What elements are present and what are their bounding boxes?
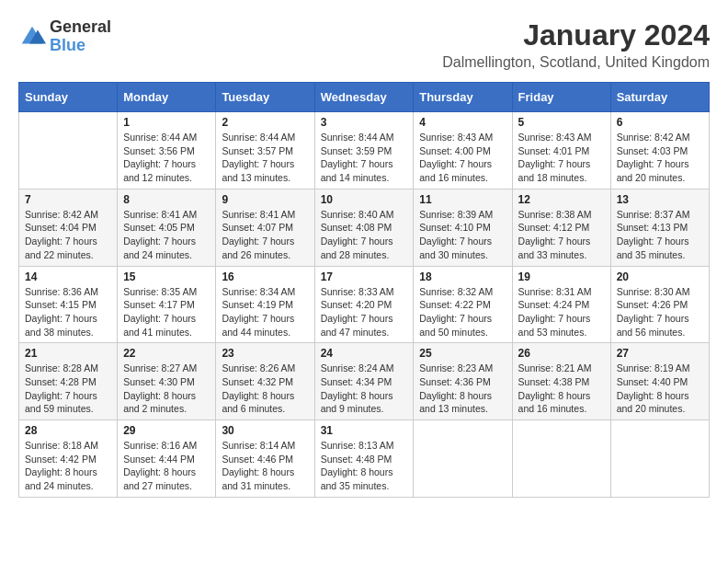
day-number: 14 [25,270,111,283]
day-info: Sunrise: 8:44 AM Sunset: 3:59 PM Dayligh… [321,131,408,185]
day-number: 29 [123,424,210,437]
calendar-cell: 21Sunrise: 8:28 AM Sunset: 4:28 PM Dayli… [19,343,118,420]
calendar-week-row: 1Sunrise: 8:44 AM Sunset: 3:56 PM Daylig… [19,112,710,190]
day-number: 15 [123,270,210,283]
day-number: 6 [617,116,703,129]
logo-blue: Blue [50,36,85,54]
calendar-week-row: 21Sunrise: 8:28 AM Sunset: 4:28 PM Dayli… [19,343,710,420]
day-number: 20 [617,270,703,283]
day-info: Sunrise: 8:43 AM Sunset: 4:00 PM Dayligh… [419,131,506,185]
day-number: 1 [123,116,210,129]
day-number: 26 [518,347,605,360]
day-number: 4 [419,116,506,129]
day-info: Sunrise: 8:41 AM Sunset: 4:07 PM Dayligh… [222,208,308,262]
calendar-cell: 10Sunrise: 8:40 AM Sunset: 4:08 PM Dayli… [314,189,414,266]
calendar-cell: 26Sunrise: 8:21 AM Sunset: 4:38 PM Dayli… [512,343,610,420]
day-info: Sunrise: 8:18 AM Sunset: 4:42 PM Dayligh… [25,439,111,493]
day-number: 23 [222,347,308,360]
calendar-cell: 2Sunrise: 8:44 AM Sunset: 3:57 PM Daylig… [216,112,314,190]
calendar-header-sunday: Sunday [19,83,118,112]
day-number: 12 [518,193,605,206]
calendar-cell: 22Sunrise: 8:27 AM Sunset: 4:30 PM Dayli… [118,343,216,420]
calendar-cell: 9Sunrise: 8:41 AM Sunset: 4:07 PM Daylig… [216,189,314,266]
calendar-cell [19,112,118,190]
calendar-cell [512,420,610,498]
day-info: Sunrise: 8:44 AM Sunset: 3:57 PM Dayligh… [222,131,308,185]
calendar-table: SundayMondayTuesdayWednesdayThursdayFrid… [18,82,710,498]
day-number: 8 [123,193,210,206]
calendar-header-row: SundayMondayTuesdayWednesdayThursdayFrid… [19,83,710,112]
day-number: 17 [321,270,408,283]
day-info: Sunrise: 8:35 AM Sunset: 4:17 PM Dayligh… [123,285,210,339]
day-number: 25 [419,347,506,360]
page-subtitle: Dalmellington, Scotland, United Kingdom [442,54,710,71]
day-info: Sunrise: 8:36 AM Sunset: 4:15 PM Dayligh… [25,285,111,339]
calendar-cell: 6Sunrise: 8:42 AM Sunset: 4:03 PM Daylig… [610,112,709,190]
calendar-header-monday: Monday [118,83,216,112]
day-info: Sunrise: 8:40 AM Sunset: 4:08 PM Dayligh… [321,208,408,262]
day-info: Sunrise: 8:39 AM Sunset: 4:10 PM Dayligh… [419,208,506,262]
day-info: Sunrise: 8:43 AM Sunset: 4:01 PM Dayligh… [518,131,605,185]
logo-text: General Blue [50,18,111,55]
day-number: 10 [321,193,408,206]
day-number: 2 [222,116,308,129]
day-info: Sunrise: 8:31 AM Sunset: 4:24 PM Dayligh… [518,285,605,339]
day-info: Sunrise: 8:32 AM Sunset: 4:22 PM Dayligh… [419,285,506,339]
day-number: 5 [518,116,605,129]
calendar-cell: 3Sunrise: 8:44 AM Sunset: 3:59 PM Daylig… [314,112,414,190]
page-title: January 2024 [442,18,710,52]
day-info: Sunrise: 8:42 AM Sunset: 4:03 PM Dayligh… [617,131,703,185]
day-number: 11 [419,193,506,206]
calendar-cell: 16Sunrise: 8:34 AM Sunset: 4:19 PM Dayli… [216,266,314,343]
calendar-cell: 5Sunrise: 8:43 AM Sunset: 4:01 PM Daylig… [512,112,610,190]
day-info: Sunrise: 8:33 AM Sunset: 4:20 PM Dayligh… [321,285,408,339]
day-info: Sunrise: 8:27 AM Sunset: 4:30 PM Dayligh… [123,362,210,416]
day-info: Sunrise: 8:30 AM Sunset: 4:26 PM Dayligh… [617,285,703,339]
logo-general: General [50,17,111,36]
calendar-cell: 12Sunrise: 8:38 AM Sunset: 4:12 PM Dayli… [512,189,610,266]
day-info: Sunrise: 8:14 AM Sunset: 4:46 PM Dayligh… [222,439,308,493]
calendar-cell: 24Sunrise: 8:24 AM Sunset: 4:34 PM Dayli… [314,343,414,420]
calendar-cell: 4Sunrise: 8:43 AM Sunset: 4:00 PM Daylig… [414,112,512,190]
calendar-cell: 13Sunrise: 8:37 AM Sunset: 4:13 PM Dayli… [610,189,709,266]
calendar-header-tuesday: Tuesday [216,83,314,112]
day-info: Sunrise: 8:23 AM Sunset: 4:36 PM Dayligh… [419,362,506,416]
day-info: Sunrise: 8:42 AM Sunset: 4:04 PM Dayligh… [25,208,111,262]
calendar-cell: 14Sunrise: 8:36 AM Sunset: 4:15 PM Dayli… [19,266,118,343]
calendar-cell: 15Sunrise: 8:35 AM Sunset: 4:17 PM Dayli… [118,266,216,343]
calendar-cell: 19Sunrise: 8:31 AM Sunset: 4:24 PM Dayli… [512,266,610,343]
calendar-cell: 25Sunrise: 8:23 AM Sunset: 4:36 PM Dayli… [414,343,512,420]
day-info: Sunrise: 8:26 AM Sunset: 4:32 PM Dayligh… [222,362,308,416]
day-number: 27 [617,347,703,360]
day-info: Sunrise: 8:13 AM Sunset: 4:48 PM Dayligh… [321,439,408,493]
calendar-cell: 29Sunrise: 8:16 AM Sunset: 4:44 PM Dayli… [118,420,216,498]
title-area: January 2024 Dalmellington, Scotland, Un… [442,18,710,71]
day-number: 19 [518,270,605,283]
calendar-header-thursday: Thursday [414,83,512,112]
calendar-cell: 30Sunrise: 8:14 AM Sunset: 4:46 PM Dayli… [216,420,314,498]
calendar-cell: 11Sunrise: 8:39 AM Sunset: 4:10 PM Dayli… [414,189,512,266]
calendar-cell [414,420,512,498]
day-info: Sunrise: 8:21 AM Sunset: 4:38 PM Dayligh… [518,362,605,416]
calendar-cell: 8Sunrise: 8:41 AM Sunset: 4:05 PM Daylig… [118,189,216,266]
day-info: Sunrise: 8:16 AM Sunset: 4:44 PM Dayligh… [123,439,210,493]
calendar-header-wednesday: Wednesday [314,83,414,112]
day-info: Sunrise: 8:28 AM Sunset: 4:28 PM Dayligh… [25,362,111,416]
day-info: Sunrise: 8:38 AM Sunset: 4:12 PM Dayligh… [518,208,605,262]
day-number: 16 [222,270,308,283]
day-number: 31 [321,424,408,437]
day-number: 18 [419,270,506,283]
calendar-cell: 31Sunrise: 8:13 AM Sunset: 4:48 PM Dayli… [314,420,414,498]
day-number: 13 [617,193,703,206]
calendar-header-friday: Friday [512,83,610,112]
day-number: 21 [25,347,111,360]
calendar-cell: 17Sunrise: 8:33 AM Sunset: 4:20 PM Dayli… [314,266,414,343]
calendar-cell [610,420,709,498]
calendar-cell: 23Sunrise: 8:26 AM Sunset: 4:32 PM Dayli… [216,343,314,420]
page-header: General Blue January 2024 Dalmellington,… [18,18,710,71]
day-number: 9 [222,193,308,206]
calendar-cell: 27Sunrise: 8:19 AM Sunset: 4:40 PM Dayli… [610,343,709,420]
day-number: 22 [123,347,210,360]
day-info: Sunrise: 8:37 AM Sunset: 4:13 PM Dayligh… [617,208,703,262]
day-number: 7 [25,193,111,206]
